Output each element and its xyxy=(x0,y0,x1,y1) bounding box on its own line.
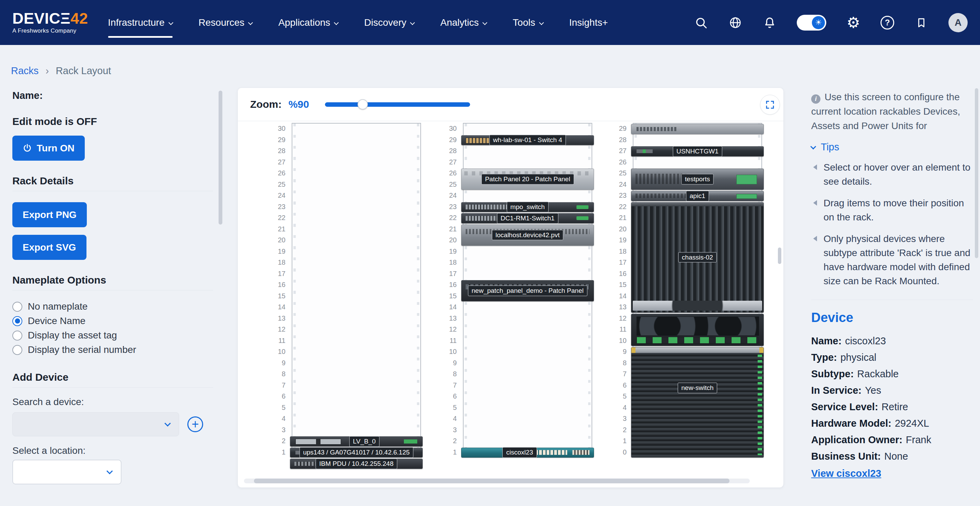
field-label: Business Unit: xyxy=(811,451,881,462)
divider xyxy=(811,300,973,300)
turn-on-button[interactable]: Turn ON xyxy=(12,136,85,161)
avatar[interactable]: A xyxy=(948,13,968,32)
rack-device-patch-panel-20-patch-panel[interactable]: Patch Panel 20 - Patch Panel xyxy=(461,169,594,190)
unit-number: 26 xyxy=(611,156,627,168)
rack-device-usnhctgw1[interactable]: USNHCTGW1 xyxy=(631,146,764,156)
unit-number: 28 xyxy=(270,145,285,156)
search-device-label: Search a device: xyxy=(12,396,218,407)
nav-item-resources[interactable]: Resources xyxy=(199,17,253,28)
unit-number: 6 xyxy=(270,391,285,402)
rack-device-mpo-switch[interactable]: mpo_switch xyxy=(461,202,594,212)
view-device-link[interactable]: View ciscoxl23 xyxy=(811,468,881,479)
zoom-slider[interactable] xyxy=(325,102,470,107)
unit-number: 14 xyxy=(442,302,457,313)
rack-device-dc1-rm1-switch1[interactable]: DC1-RM1-Switch1 xyxy=(461,213,594,223)
unit-number: 0 xyxy=(611,447,627,458)
nav-item-tools[interactable]: Tools xyxy=(513,17,543,28)
nav-item-discovery[interactable]: Discovery xyxy=(364,17,414,28)
unit-number: 15 xyxy=(270,291,285,302)
globe-icon[interactable] xyxy=(728,16,743,30)
rack-3: 2928272625242322212019181716151413121110… xyxy=(633,123,762,458)
unit-number: 24 xyxy=(270,190,285,201)
rack-device-new-patch-panel-demo-patch-panel[interactable]: new_patch_panel_demo - Patch Panel xyxy=(461,280,594,302)
rack-device-localhost-device42-pvt[interactable]: localhost.device42.pvt xyxy=(461,225,594,246)
top-nav: DEVICΞ42 A Freshworks Company Infrastruc… xyxy=(0,0,980,45)
page-root: DEVICΞ42 A Freshworks Company Infrastruc… xyxy=(0,0,980,506)
unit-number: 7 xyxy=(442,380,457,391)
nav-item-label: Resources xyxy=(199,17,245,28)
tips-toggle[interactable]: Tips xyxy=(811,141,973,153)
theme-toggle[interactable]: ☀ xyxy=(797,15,826,30)
device-nameplate: new_patch_panel_demo - Patch Panel xyxy=(468,286,587,296)
nameplate-option-no-nameplate[interactable]: No nameplate xyxy=(12,299,218,314)
nav-item-insights[interactable]: Insights+ xyxy=(569,17,608,28)
sidebar-scrollbar[interactable] xyxy=(219,91,222,225)
breadcrumb-racks-link[interactable]: Racks xyxy=(11,65,39,76)
location-select[interactable] xyxy=(12,460,121,484)
unit-number: 7 xyxy=(270,380,285,391)
unit-number: 10 xyxy=(611,335,627,346)
device-field-in-service: In Service:Yes xyxy=(811,382,973,399)
nameplate-option-display-the-serial-number[interactable]: Display the serial number xyxy=(12,343,218,357)
unit-number: 8 xyxy=(611,358,627,369)
page-scrollbar[interactable] xyxy=(975,88,978,258)
canvas-hscrollbar-thumb[interactable] xyxy=(254,479,730,483)
rack-device-lv-b-0[interactable]: LV_B_0 xyxy=(290,436,423,447)
rack-device-chassis-02[interactable]: chassis-02 xyxy=(631,202,764,313)
rack-device-new-switch[interactable]: new-switch xyxy=(631,347,764,458)
search-icon[interactable] xyxy=(694,16,708,30)
unit-number: 17 xyxy=(442,268,457,279)
unit-number: 29 xyxy=(270,134,285,145)
rack-device-ups143-ga07g41017-10-42-6-125[interactable]: ups143 / GA07G41017 / 10.42.6.125 xyxy=(290,448,423,458)
nav-item-infrastructure[interactable]: Infrastructure xyxy=(108,17,173,28)
export-svg-button[interactable]: Export SVG xyxy=(12,235,86,260)
unit-number: 4 xyxy=(611,402,627,413)
unit-number: 19 xyxy=(442,246,457,257)
unit-number: 18 xyxy=(442,257,457,268)
chevron-down-icon xyxy=(248,20,253,25)
unit-number: 13 xyxy=(611,302,627,313)
unit-number: 22 xyxy=(270,212,285,223)
canvas-vscrollbar[interactable] xyxy=(778,247,781,264)
radio-selected-icon xyxy=(12,316,22,326)
unit-number: 5 xyxy=(611,391,627,402)
export-png-button[interactable]: Export PNG xyxy=(12,202,87,227)
nameplate-option-device-name[interactable]: Device Name xyxy=(12,314,218,328)
field-value: Rackable xyxy=(857,368,899,379)
nameplate-option-display-the-asset-tag[interactable]: Display the asset tag xyxy=(12,328,218,343)
unit-number: 11 xyxy=(611,324,627,335)
nav-item-applications[interactable]: Applications xyxy=(278,17,338,28)
device-search-select[interactable] xyxy=(12,412,179,436)
device-nameplate: USNHCTGW1 xyxy=(673,146,722,156)
add-device-button[interactable]: + xyxy=(187,417,203,432)
rack-device-ibm-pdu-10-42-255-248[interactable]: IBM PDU / 10.42.255.248 xyxy=(290,459,423,469)
zoom-slider-knob[interactable] xyxy=(358,99,368,110)
unit-number: 2 xyxy=(270,435,285,447)
device-nameplate: ciscoxl23 xyxy=(502,447,537,458)
rack-device-wh-lab-sw-01-switch-4[interactable]: wh-lab-sw-01 - Switch 4 xyxy=(461,135,594,145)
brand-logo[interactable]: DEVICΞ42 A Freshworks Company xyxy=(12,11,88,34)
bell-icon[interactable] xyxy=(762,16,777,30)
rack-device[interactable] xyxy=(631,314,764,346)
rack-device-ciscoxl23[interactable]: ciscoxl23 xyxy=(461,448,594,458)
canvas-hscrollbar[interactable] xyxy=(244,479,750,483)
rack-device[interactable] xyxy=(631,124,764,134)
fullscreen-button[interactable] xyxy=(760,95,780,115)
help-intro: iUse this screen to configure the curren… xyxy=(811,90,973,133)
rack-device-testports[interactable]: testports xyxy=(631,169,764,190)
unit-number: 24 xyxy=(442,190,457,201)
power-icon xyxy=(23,144,32,153)
unit-number: 3 xyxy=(270,424,285,436)
brand-tagline: A Freshworks Company xyxy=(12,27,88,34)
nav-item-analytics[interactable]: Analytics xyxy=(440,17,487,28)
help-icon[interactable]: ? xyxy=(880,16,894,30)
radio-icon xyxy=(12,345,22,355)
bookmark-icon[interactable] xyxy=(914,16,929,30)
field-value: Retire xyxy=(881,401,908,412)
device-nameplate: apic1 xyxy=(686,190,709,201)
sun-icon: ☀ xyxy=(812,16,825,29)
device-nameplate: LV_B_0 xyxy=(349,436,379,447)
unit-number: 18 xyxy=(270,257,285,268)
rack-device-apic1[interactable]: apic1 xyxy=(631,191,764,201)
gear-icon[interactable]: ⚙ xyxy=(846,16,861,30)
